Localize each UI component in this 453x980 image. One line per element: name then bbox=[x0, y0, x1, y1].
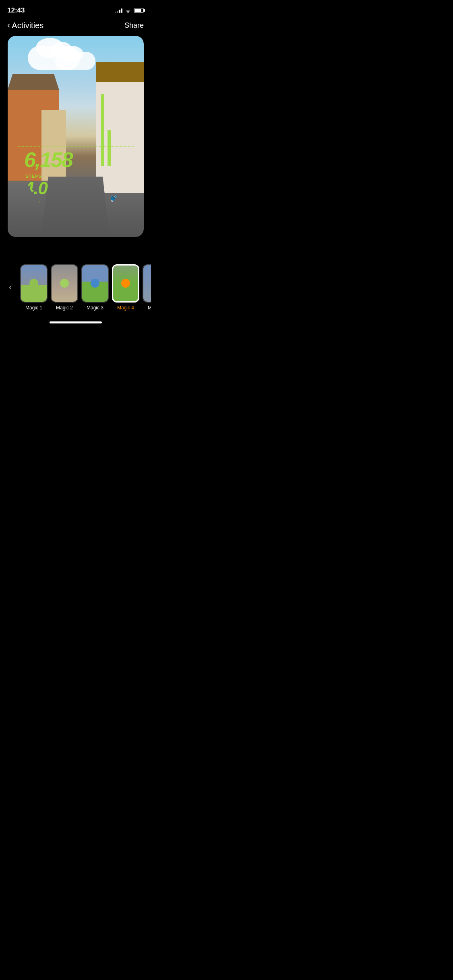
back-chevron-icon: ‹ bbox=[7, 21, 10, 30]
thumb-magic5[interactable]: Magic 5 bbox=[143, 264, 151, 311]
signal-icon bbox=[115, 8, 122, 13]
share-button[interactable]: Share bbox=[124, 21, 144, 30]
activity-card: 6,158 STEPS 4.0 MILES 👟 bbox=[8, 36, 144, 237]
nav-back-label: Activities bbox=[12, 21, 43, 30]
wifi-icon bbox=[125, 8, 131, 13]
back-button[interactable]: ‹ Activities bbox=[7, 21, 43, 30]
dotted-line bbox=[17, 146, 134, 147]
thumbnail-strip: ‹ Magic 1 Magic 2 Magic 3 Magic 4 Magic … bbox=[0, 259, 151, 315]
oval-overlay: 6,158 STEPS 4.0 MILES 👟 bbox=[17, 52, 134, 221]
thumb-label-magic1: Magic 1 bbox=[25, 305, 42, 311]
thumb-magic1[interactable]: Magic 1 bbox=[20, 264, 48, 311]
thumb-preview-magic2 bbox=[51, 264, 78, 303]
thumb-dot-magic2 bbox=[60, 279, 69, 288]
thumb-label-magic5: Magic 5 bbox=[148, 305, 151, 311]
bar-medium bbox=[108, 130, 111, 166]
battery-icon bbox=[134, 8, 144, 13]
thumb-preview-magic4 bbox=[112, 264, 139, 303]
steps-value: 6,158 bbox=[24, 149, 72, 170]
status-bar: 12:43 bbox=[0, 0, 151, 18]
thumb-preview-magic1 bbox=[20, 264, 48, 303]
thumb-magic3[interactable]: Magic 3 bbox=[81, 264, 109, 311]
thumb-label-magic2: Magic 2 bbox=[56, 305, 73, 311]
thumb-dot-magic3 bbox=[91, 279, 99, 288]
thumb-prev-button[interactable]: ‹ bbox=[4, 281, 17, 294]
bar-tall bbox=[101, 94, 104, 166]
main-image-area: 6,158 STEPS 4.0 MILES 👟 bbox=[0, 36, 151, 237]
bar-chart bbox=[101, 86, 111, 166]
thumb-magic2[interactable]: Magic 2 bbox=[51, 264, 78, 311]
thumb-preview-magic5 bbox=[143, 264, 151, 303]
home-indicator bbox=[50, 321, 102, 323]
status-icons bbox=[115, 8, 144, 13]
steps-label: STEPS bbox=[25, 174, 42, 179]
thumb-dot-magic4 bbox=[121, 279, 130, 288]
status-time: 12:43 bbox=[7, 6, 25, 14]
thumb-label-magic4: Magic 4 bbox=[117, 305, 134, 311]
nav-bar: ‹ Activities Share bbox=[0, 18, 151, 34]
thumb-preview-magic3 bbox=[81, 264, 109, 303]
thumb-magic4[interactable]: Magic 4 bbox=[112, 264, 139, 311]
thumb-label-magic3: Magic 3 bbox=[87, 305, 103, 311]
data-overlay: 6,158 STEPS 4.0 MILES 👟 bbox=[17, 52, 134, 221]
thumb-dot-magic1 bbox=[29, 279, 38, 288]
